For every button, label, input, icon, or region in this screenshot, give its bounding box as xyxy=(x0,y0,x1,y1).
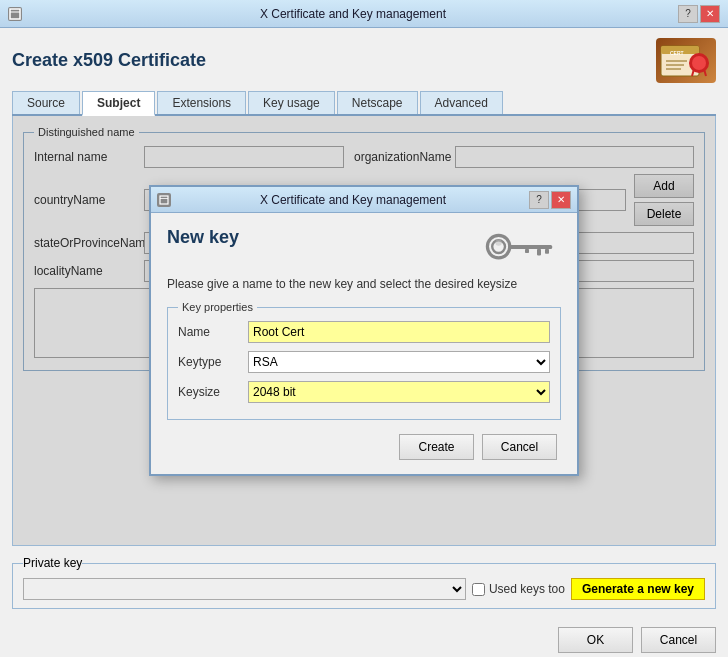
svg-point-14 xyxy=(487,235,509,257)
tab-extensions[interactable]: Extensions xyxy=(157,91,246,114)
keysize-label: Keysize xyxy=(178,385,248,399)
modal-buttons: Create Cancel xyxy=(167,434,561,460)
ok-button[interactable]: OK xyxy=(558,627,633,653)
tab-bar: Source Subject Extensions Key usage Nets… xyxy=(12,91,716,116)
help-button[interactable]: ? xyxy=(678,5,698,23)
keysize-row: Keysize 1024 bit 2048 bit 4096 bit xyxy=(178,381,550,403)
name-input[interactable] xyxy=(248,321,550,343)
svg-rect-0 xyxy=(10,9,20,19)
modal-body: New key xyxy=(151,213,577,474)
page-title-row: Create x509 Certificate CERT xyxy=(12,38,716,83)
keytype-row: Keytype RSA DSA EC xyxy=(178,351,550,373)
modal-help-button[interactable]: ? xyxy=(529,191,549,209)
modal-titlebar-title: X Certificate and Key management xyxy=(177,193,529,207)
outer-title: X Certificate and Key management xyxy=(28,7,678,21)
app-icon xyxy=(8,7,22,21)
titlebar-controls: ? ✕ xyxy=(678,5,720,23)
main-content: Create x509 Certificate CERT Source xyxy=(0,28,728,556)
keytype-label: Keytype xyxy=(178,355,248,369)
modal-titlebar-controls: ? ✕ xyxy=(529,191,571,209)
page-title-text: Create x509 Certificate xyxy=(12,50,206,71)
modal-title: New key xyxy=(167,227,481,248)
generate-new-key-button[interactable]: Generate a new key xyxy=(571,578,705,600)
new-key-modal: X Certificate and Key management ? ✕ New… xyxy=(149,185,579,476)
private-key-fieldset: Private key Used keys too Generate a new… xyxy=(12,556,716,609)
tab-keyusage[interactable]: Key usage xyxy=(248,91,335,114)
outer-close-button[interactable]: ✕ xyxy=(700,5,720,23)
tab-netscape[interactable]: Netscape xyxy=(337,91,418,114)
private-key-dropdown[interactable] xyxy=(23,578,466,600)
key-properties-legend: Key properties xyxy=(178,301,257,313)
tab-source[interactable]: Source xyxy=(12,91,80,114)
bottom-section: Private key Used keys too Generate a new… xyxy=(0,556,728,619)
key-icon-container xyxy=(481,227,561,267)
modal-header: New key xyxy=(167,227,561,267)
svg-rect-17 xyxy=(537,249,541,255)
modal-close-button[interactable]: ✕ xyxy=(551,191,571,209)
svg-rect-19 xyxy=(525,249,529,253)
used-keys-too-label: Used keys too xyxy=(472,582,565,596)
ok-cancel-row: OK Cancel xyxy=(0,619,728,657)
modal-overlay: X Certificate and Key management ? ✕ New… xyxy=(13,116,715,545)
used-keys-too-checkbox[interactable] xyxy=(472,583,485,596)
svg-point-5 xyxy=(692,56,706,70)
outer-titlebar: X Certificate and Key management ? ✕ xyxy=(0,0,728,28)
private-key-legend: Private key xyxy=(23,556,82,570)
private-key-row: Used keys too Generate a new key xyxy=(23,578,705,600)
modal-app-icon xyxy=(157,193,171,207)
outer-window: X Certificate and Key management ? ✕ Cre… xyxy=(0,0,728,657)
modal-cancel-button[interactable]: Cancel xyxy=(482,434,557,460)
form-area: Distinguished name Internal name organiz… xyxy=(12,116,716,546)
create-button[interactable]: Create xyxy=(399,434,474,460)
keysize-select[interactable]: 1024 bit 2048 bit 4096 bit xyxy=(248,381,550,403)
modal-description: Please give a name to the new key and se… xyxy=(167,277,561,291)
key-icon xyxy=(481,227,561,267)
tab-advanced[interactable]: Advanced xyxy=(420,91,503,114)
svg-point-20 xyxy=(495,239,501,245)
modal-titlebar: X Certificate and Key management ? ✕ xyxy=(151,187,577,213)
name-row: Name xyxy=(178,321,550,343)
svg-text:CERT: CERT xyxy=(670,50,684,56)
tab-subject[interactable]: Subject xyxy=(82,91,155,116)
name-label: Name xyxy=(178,325,248,339)
keytype-select[interactable]: RSA DSA EC xyxy=(248,351,550,373)
svg-rect-18 xyxy=(545,249,549,254)
svg-rect-12 xyxy=(160,196,168,204)
key-properties-fieldset: Key properties Name Keytype RSA DSA xyxy=(167,301,561,420)
cancel-button[interactable]: Cancel xyxy=(641,627,716,653)
certificate-icon: CERT xyxy=(656,38,716,83)
used-keys-too-text: Used keys too xyxy=(489,582,565,596)
svg-rect-16 xyxy=(508,245,552,249)
